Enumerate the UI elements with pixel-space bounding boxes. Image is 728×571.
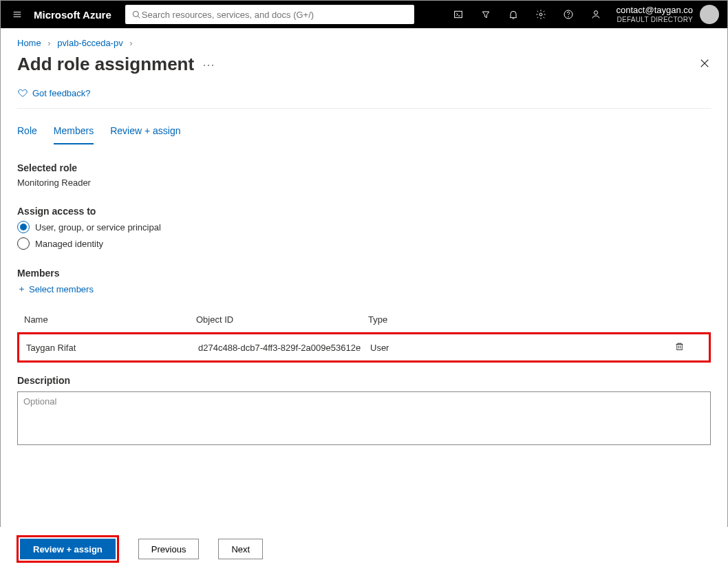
cell-type: User [370, 343, 528, 353]
account-email: contact@taygan.co [617, 5, 693, 16]
cell-object-id: d274c488-dcb7-4ff3-829f-2a009e53612e [198, 343, 370, 353]
feedback-icon[interactable] [582, 1, 610, 28]
svg-point-3 [133, 11, 138, 17]
members-section: Members ＋ Select members Name Object ID … [17, 268, 711, 363]
breadcrumb-home[interactable]: Home [17, 38, 41, 48]
feedback-link[interactable]: Got feedback? [17, 87, 711, 109]
account-directory: DEFAULT DIRECTORY [617, 16, 693, 24]
col-object-id: Object ID [196, 314, 368, 325]
close-icon[interactable] [698, 57, 711, 72]
account-block[interactable]: contact@taygan.co DEFAULT DIRECTORY [610, 5, 697, 24]
filter-icon[interactable] [472, 1, 500, 28]
breadcrumb-resource[interactable]: pvlab-6cceda-pv [57, 38, 122, 48]
next-button[interactable]: Next [218, 539, 263, 559]
top-icon-group [445, 1, 610, 28]
svg-rect-15 [677, 344, 683, 349]
radio-user-group-sp[interactable]: User, group, or service principal [17, 221, 711, 233]
global-search[interactable] [125, 5, 414, 24]
radio-label: Managed identity [35, 239, 103, 249]
footer-bar: Review + assign Previous Next [0, 527, 728, 571]
radio-label: User, group, or service principal [35, 222, 161, 233]
review-assign-highlight: Review + assign [17, 535, 119, 563]
search-input[interactable] [142, 10, 409, 20]
content-area: Home › pvlab-6cceda-pv › Add role assign… [1, 28, 727, 528]
avatar[interactable] [700, 5, 719, 24]
top-bar: Microsoft Azure contact@taygan.co DEFAUL… [1, 1, 727, 28]
menu-icon[interactable] [1, 1, 34, 28]
breadcrumb: Home › pvlab-6cceda-pv › [17, 38, 711, 48]
brand-label[interactable]: Microsoft Azure [34, 9, 118, 21]
plus-icon: ＋ [17, 283, 26, 295]
heart-icon [17, 87, 28, 98]
select-members-link[interactable]: ＋ Select members [17, 283, 711, 295]
cloud-shell-icon[interactable] [445, 1, 472, 28]
svg-marker-7 [482, 12, 489, 18]
radio-managed-identity[interactable]: Managed identity [17, 237, 711, 250]
assign-access-section: Assign access to User, group, or service… [17, 206, 711, 250]
members-heading: Members [17, 268, 711, 279]
svg-line-4 [138, 16, 140, 18]
tab-review-assign[interactable]: Review + assign [110, 121, 180, 144]
selected-role-heading: Selected role [17, 162, 711, 173]
assign-access-heading: Assign access to [17, 206, 711, 217]
svg-point-11 [568, 17, 568, 17]
tab-bar: Role Members Review + assign [17, 111, 711, 144]
cell-name: Taygan Rifat [26, 343, 198, 353]
table-row[interactable]: Taygan Rifat d274c488-dcb7-4ff3-829f-2a0… [17, 332, 711, 363]
col-name: Name [24, 314, 196, 325]
col-type: Type [368, 314, 526, 325]
help-icon[interactable] [555, 1, 582, 28]
delete-icon[interactable] [674, 341, 702, 354]
table-header: Name Object ID Type [17, 308, 711, 332]
description-input[interactable] [17, 391, 711, 445]
selected-role-value: Monitoring Reader [17, 177, 711, 188]
tab-role[interactable]: Role [17, 121, 37, 144]
radio-icon [17, 237, 30, 250]
radio-icon [17, 221, 30, 233]
select-members-label: Select members [29, 284, 94, 294]
description-heading: Description [17, 375, 711, 386]
chevron-right-icon: › [125, 38, 136, 48]
more-icon[interactable]: ⋯ [202, 57, 215, 72]
svg-point-12 [594, 11, 597, 14]
previous-button[interactable]: Previous [138, 539, 200, 559]
selected-role-section: Selected role Monitoring Reader [17, 162, 711, 188]
members-table: Name Object ID Type Taygan Rifat d274c48… [17, 308, 711, 363]
feedback-label: Got feedback? [32, 88, 91, 98]
settings-icon[interactable] [527, 1, 555, 28]
review-assign-button[interactable]: Review + assign [20, 539, 116, 559]
notifications-icon[interactable] [500, 1, 527, 28]
svg-point-9 [539, 13, 542, 16]
page-title: Add role assignment [17, 54, 194, 75]
chevron-right-icon: › [43, 38, 54, 48]
tab-members[interactable]: Members [54, 121, 94, 144]
